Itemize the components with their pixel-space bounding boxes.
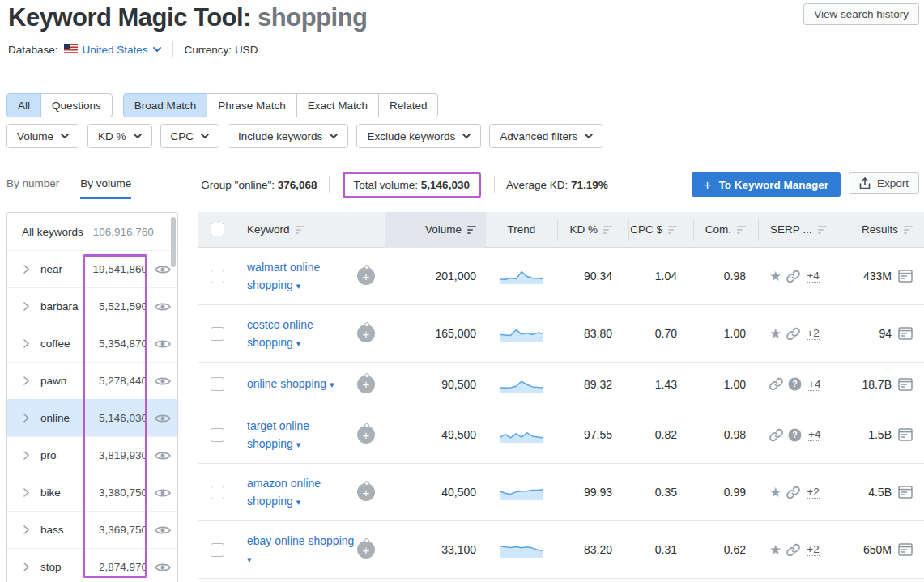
- eye-icon[interactable]: [155, 339, 171, 349]
- keyword-link[interactable]: walmart online shopping ▾: [247, 258, 357, 295]
- to-keyword-manager-button[interactable]: + To Keyword Manager: [692, 172, 841, 197]
- group-row-pawn[interactable]: pawn 5,278,440: [7, 362, 177, 399]
- trend-sparkline: [499, 541, 544, 559]
- group-row-stop[interactable]: stop 2,874,970: [7, 548, 177, 582]
- add-to-keyword-manager-icon[interactable]: +: [357, 483, 375, 501]
- serp-source-icon[interactable]: [898, 378, 913, 391]
- serp-feature-link-icon[interactable]: [769, 428, 783, 442]
- eye-icon[interactable]: [155, 451, 171, 461]
- eye-icon[interactable]: [155, 414, 171, 423]
- serp-feature-question-icon[interactable]: ?: [788, 377, 802, 391]
- row-checkbox[interactable]: [211, 377, 224, 391]
- column-header-keyword[interactable]: Keyword: [247, 223, 304, 236]
- serp-feature-link-icon[interactable]: [769, 377, 783, 391]
- total-volume-value: 5,146,030: [421, 179, 470, 191]
- serp-source-icon[interactable]: [898, 486, 913, 499]
- serp-feature-link-icon[interactable]: [786, 486, 800, 499]
- keyword-dropdown-caret[interactable]: ▾: [330, 380, 334, 389]
- serp-features-more-link[interactable]: +2: [807, 543, 819, 556]
- serp-feature-link-icon[interactable]: [786, 327, 800, 341]
- eye-icon[interactable]: [155, 265, 171, 274]
- eye-icon[interactable]: [155, 488, 171, 498]
- svg-text:?: ?: [792, 430, 797, 440]
- view-search-history-button[interactable]: View search history: [803, 3, 919, 25]
- group-row-near[interactable]: near 19,541,860: [7, 250, 177, 287]
- tab-by-number[interactable]: By number: [6, 170, 59, 199]
- add-to-keyword-manager-icon[interactable]: +: [357, 325, 375, 342]
- keyword-link[interactable]: target online shopping ▾: [247, 417, 357, 453]
- serp-feature-star-icon[interactable]: ★: [769, 486, 781, 499]
- serp-feature-star-icon[interactable]: ★: [769, 270, 781, 283]
- column-header-kd[interactable]: KD %: [569, 223, 612, 236]
- keyword-dropdown-caret[interactable]: ▾: [247, 554, 252, 564]
- serp-source-icon[interactable]: [898, 327, 913, 340]
- serp-feature-link-icon[interactable]: [786, 270, 800, 283]
- column-header-volume[interactable]: Volume: [425, 223, 476, 236]
- group-row-pro[interactable]: pro 3,819,930: [7, 436, 177, 474]
- eye-icon[interactable]: [155, 376, 171, 386]
- keyword-link[interactable]: ebay online shopping ▾: [247, 532, 357, 568]
- tab-by-volume[interactable]: By volume: [80, 170, 131, 199]
- serp-feature-star-icon[interactable]: ★: [769, 543, 781, 557]
- column-header-results[interactable]: Results: [862, 223, 913, 236]
- keyword-dropdown-caret[interactable]: ▾: [296, 281, 301, 291]
- tab-all[interactable]: All: [6, 93, 41, 117]
- serp-features-more-link[interactable]: +2: [807, 327, 819, 340]
- filter-include-keywords[interactable]: Include keywords: [228, 124, 348, 148]
- serp-source-icon[interactable]: [898, 428, 913, 441]
- serp-feature-star-icon[interactable]: ★: [769, 327, 781, 341]
- serp-feature-question-icon[interactable]: ?: [788, 428, 802, 442]
- tab-questions[interactable]: Questions: [40, 93, 113, 117]
- group-stat: Group "online": 376,068: [201, 179, 317, 191]
- column-header-cpc[interactable]: CPC $: [630, 223, 677, 236]
- match-type-tabs: All Questions Broad Match Phrase Match E…: [6, 93, 438, 117]
- serp-features-more-link[interactable]: +4: [808, 378, 820, 391]
- filter-cpc[interactable]: CPC: [160, 124, 220, 148]
- page-title-query: shopping: [258, 3, 367, 32]
- group-row-online-selected[interactable]: online 5,146,030: [7, 399, 177, 436]
- row-checkbox[interactable]: [211, 486, 224, 499]
- keyword-dropdown-caret[interactable]: ▾: [296, 497, 301, 507]
- add-to-keyword-manager-icon[interactable]: +: [357, 426, 375, 444]
- group-row-barbara[interactable]: barbara 5,521,590: [7, 287, 177, 325]
- serp-source-icon[interactable]: [898, 270, 913, 283]
- row-checkbox[interactable]: [211, 327, 224, 341]
- row-checkbox[interactable]: [211, 270, 224, 283]
- keyword-link[interactable]: amazon online shopping ▾: [247, 474, 357, 511]
- keyword-dropdown-caret[interactable]: ▾: [296, 440, 301, 449]
- filter-advanced[interactable]: Advanced filters: [489, 124, 603, 148]
- add-to-keyword-manager-icon[interactable]: +: [357, 376, 375, 393]
- export-button[interactable]: Export: [849, 172, 919, 194]
- keyword-link[interactable]: online shopping ▾: [247, 375, 357, 393]
- group-row-coffee[interactable]: coffee 5,354,870: [7, 325, 177, 362]
- select-all-checkbox[interactable]: [211, 223, 224, 236]
- add-to-keyword-manager-icon[interactable]: +: [357, 541, 375, 559]
- row-checkbox[interactable]: [211, 428, 224, 442]
- add-to-keyword-manager-icon[interactable]: +: [357, 267, 375, 285]
- group-row-bass[interactable]: bass 3,369,750: [7, 511, 177, 548]
- filter-volume[interactable]: Volume: [6, 124, 79, 148]
- serp-features-more-link[interactable]: +2: [807, 486, 819, 499]
- eye-icon[interactable]: [155, 525, 171, 535]
- serp-feature-link-icon[interactable]: [786, 543, 800, 557]
- eye-icon[interactable]: [155, 563, 171, 572]
- tab-related[interactable]: Related: [378, 93, 439, 117]
- sidebar-scrollbar[interactable]: [171, 217, 176, 267]
- group-row-bike[interactable]: bike 3,380,750: [7, 474, 177, 511]
- serp-source-icon[interactable]: [898, 543, 913, 556]
- filter-exclude-keywords[interactable]: Exclude keywords: [356, 124, 481, 148]
- filter-kd[interactable]: KD %: [87, 124, 152, 148]
- keyword-dropdown-caret[interactable]: ▾: [296, 338, 301, 348]
- tab-phrase-match[interactable]: Phrase Match: [207, 93, 296, 117]
- tab-exact-match[interactable]: Exact Match: [296, 93, 379, 117]
- column-header-serp[interactable]: SERP ...: [770, 223, 827, 236]
- keyword-link[interactable]: costco online shopping ▾: [247, 316, 357, 352]
- serp-features-more-link[interactable]: +4: [807, 270, 819, 283]
- serp-features-more-link[interactable]: +4: [808, 428, 820, 441]
- column-header-com[interactable]: Com.: [705, 223, 746, 236]
- eye-icon[interactable]: [155, 302, 171, 312]
- all-keywords-header[interactable]: All keywords 106,916,760: [7, 213, 177, 250]
- row-checkbox[interactable]: [211, 543, 224, 557]
- database-selector[interactable]: United States: [83, 44, 161, 56]
- tab-broad-match[interactable]: Broad Match: [123, 93, 208, 117]
